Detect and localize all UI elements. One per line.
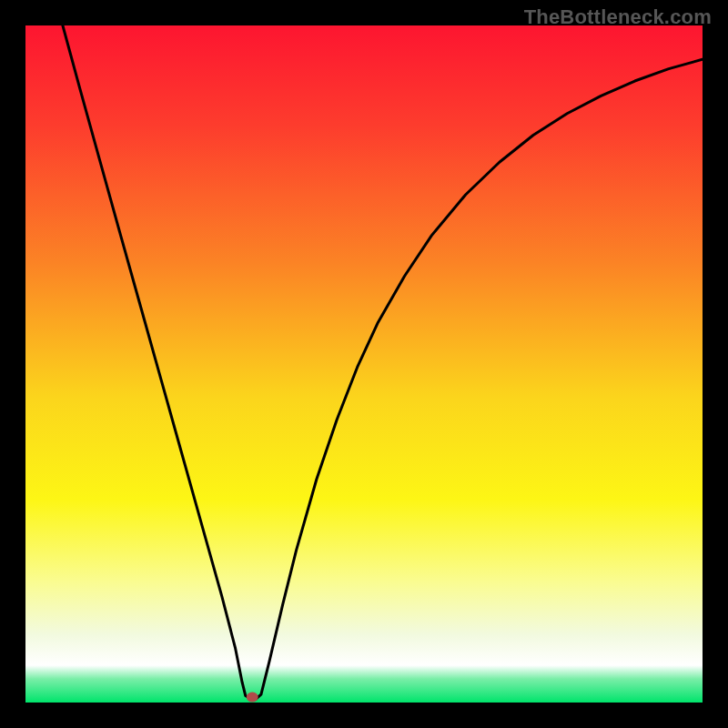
plot-area (25, 25, 703, 703)
chart-svg (25, 25, 703, 703)
gradient-background (25, 25, 703, 703)
watermark-label: TheBottleneck.com (524, 5, 712, 29)
chart-container: TheBottleneck.com (0, 0, 728, 728)
optimal-point-marker (247, 693, 258, 703)
